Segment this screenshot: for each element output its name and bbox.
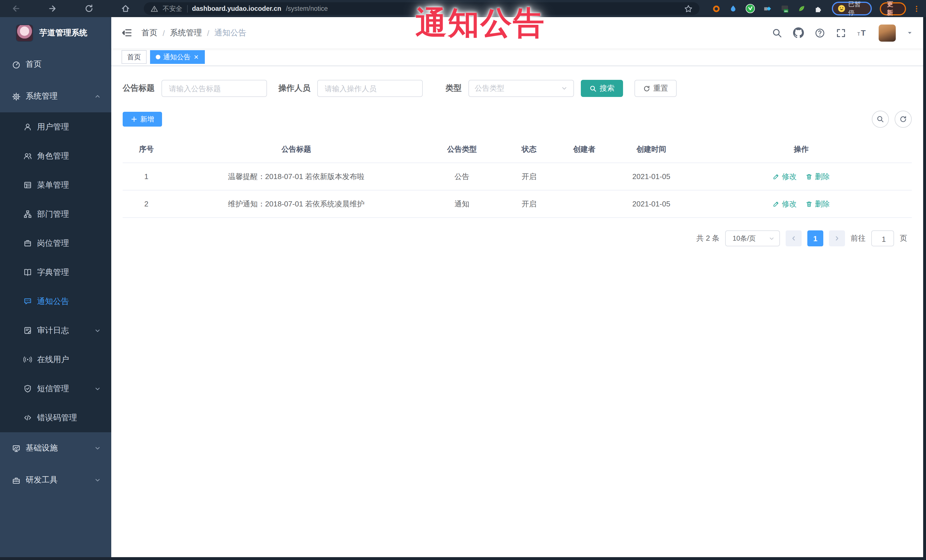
notice-table: 序号 公告标题 公告类型 状态 创建者 创建时间 操作 1 温馨提醒：2018-…	[123, 136, 912, 218]
chevron-down-icon	[94, 385, 101, 392]
page-size-select[interactable]: 10条/页	[725, 230, 780, 246]
sidebar-item-departments[interactable]: 部门管理	[0, 199, 111, 229]
cell-type: 公告	[422, 171, 501, 182]
home-icon[interactable]	[121, 4, 130, 13]
sidebar-menu: 首页 系统管理 用户管理 角色管理	[0, 48, 111, 496]
sidebar-item-dev-tools[interactable]: 研发工具	[0, 464, 111, 496]
reload-icon[interactable]	[85, 4, 94, 13]
sidebar-item-posts[interactable]: 岗位管理	[0, 229, 111, 258]
sidebar-item-online-users[interactable]: 在线用户	[0, 345, 111, 374]
orange-ring-extension-icon[interactable]	[712, 4, 720, 13]
operator-filter-field	[317, 80, 423, 97]
cell-type: 通知	[422, 199, 501, 209]
reset-button-label: 重置	[653, 83, 668, 94]
address-bar[interactable]: 不安全 dashboard.yudao.iocoder.cn/system/no…	[144, 2, 699, 15]
forward-icon[interactable]	[48, 4, 57, 13]
col-header-status: 状态	[501, 144, 557, 154]
hamburger-fold-icon[interactable]	[121, 27, 132, 38]
search-icon	[589, 85, 597, 92]
breadcrumb-separator: /	[163, 28, 165, 37]
sidebar-item-label: 短信管理	[37, 383, 69, 394]
tags-view-bar: 首页 通知公告	[111, 48, 923, 66]
toolbox-icon	[12, 476, 21, 485]
sidebar-item-home[interactable]: 首页	[0, 48, 111, 80]
dark-on-extension-icon[interactable]: on	[780, 4, 789, 13]
sidebar-item-notice[interactable]: 通知公告	[0, 287, 111, 316]
github-icon[interactable]	[793, 27, 804, 38]
col-header-creator: 创建者	[557, 144, 612, 154]
dashboard-icon	[12, 60, 21, 69]
kebab-menu-icon[interactable]	[913, 4, 920, 13]
sidebar-item-label: 字典管理	[37, 267, 69, 278]
svg-text:T: T	[861, 29, 866, 37]
cell-actions: 修改 删除	[691, 199, 911, 209]
table-mini-actions	[872, 111, 912, 128]
fullscreen-icon[interactable]	[836, 28, 846, 38]
sidebar-item-label: 菜单管理	[37, 180, 69, 190]
sidebar-logo[interactable]: 芋道管理系统	[0, 17, 111, 48]
profile-paused-chip[interactable]: 已暂停	[832, 2, 872, 15]
next-page-button[interactable]	[829, 230, 845, 246]
cell-actions: 修改 删除	[691, 171, 911, 182]
puzzle-extension-icon[interactable]	[814, 4, 822, 13]
refresh-table-button[interactable]	[895, 111, 912, 128]
prev-page-button[interactable]	[786, 230, 802, 246]
plus-icon	[131, 116, 138, 122]
toggle-search-button[interactable]	[872, 111, 889, 128]
back-icon[interactable]	[11, 4, 21, 13]
search-button[interactable]: 搜索	[581, 80, 623, 97]
goto-page-field	[871, 230, 894, 246]
sidebar-item-error-codes[interactable]: 错误码管理	[0, 403, 111, 432]
page-size-value: 10条/页	[732, 234, 756, 243]
goto-page-input[interactable]	[872, 231, 896, 247]
table-row: 1 温馨提醒：2018-07-01 若依新版本发布啦 公告 开启 2021-01…	[123, 163, 912, 190]
sidebar-item-label: 系统管理	[26, 91, 57, 101]
users-icon	[23, 152, 32, 160]
leaf-extension-icon[interactable]	[797, 5, 805, 12]
sidebar-item-audit-log[interactable]: 审计日志	[0, 316, 111, 345]
sidebar-item-infrastructure[interactable]: 基础设施	[0, 432, 111, 464]
edit-link[interactable]: 修改	[773, 199, 797, 209]
diamond-extension-icon[interactable]	[763, 4, 772, 13]
delete-link[interactable]: 删除	[806, 199, 830, 209]
sidebar-item-dict[interactable]: 字典管理	[0, 258, 111, 287]
breadcrumb-system: 系统管理	[170, 28, 202, 38]
sidebar-item-system[interactable]: 系统管理	[0, 80, 111, 112]
cell-no: 2	[123, 199, 170, 208]
sidebar-item-label: 研发工具	[26, 475, 57, 485]
sidebar-item-label: 部门管理	[37, 209, 69, 219]
sidebar-item-menus[interactable]: 菜单管理	[0, 171, 111, 199]
extension-badge: on	[784, 9, 788, 12]
delete-link[interactable]: 删除	[806, 171, 830, 182]
edit-link[interactable]: 修改	[773, 171, 797, 182]
chevron-down-icon	[561, 85, 568, 92]
breadcrumb-home[interactable]: 首页	[142, 28, 157, 38]
type-select[interactable]: 公告类型	[468, 80, 574, 97]
col-header-type: 公告类型	[422, 144, 501, 154]
operator-input[interactable]	[324, 83, 416, 93]
message-icon	[23, 297, 32, 306]
current-page-button[interactable]: 1	[807, 230, 823, 246]
font-size-icon[interactable]: TT	[857, 28, 868, 38]
search-icon[interactable]	[772, 28, 782, 38]
avatar[interactable]	[879, 24, 896, 41]
add-button[interactable]: 新增	[123, 112, 162, 127]
close-icon[interactable]	[194, 54, 199, 60]
update-button[interactable]: 更新	[880, 2, 906, 15]
sidebar-item-sms[interactable]: 短信管理	[0, 374, 111, 403]
edit-link-label: 修改	[782, 171, 797, 182]
help-icon[interactable]	[815, 28, 825, 38]
cell-title: 温馨提醒：2018-07-01 若依新版本发布啦	[170, 171, 422, 182]
breadcrumb-separator: /	[207, 28, 209, 37]
reset-button[interactable]: 重置	[634, 80, 677, 97]
green-check-extension-icon[interactable]	[745, 4, 755, 13]
tab-notice[interactable]: 通知公告	[150, 50, 205, 64]
sidebar-item-users[interactable]: 用户管理	[0, 112, 111, 142]
sidebar-submenu-system: 用户管理 角色管理 菜单管理 部门管理	[0, 112, 111, 432]
star-icon[interactable]	[684, 4, 692, 13]
water-drop-extension-icon[interactable]	[729, 5, 737, 12]
caret-down-icon[interactable]	[906, 30, 913, 36]
title-input[interactable]	[168, 83, 261, 93]
tab-home[interactable]: 首页	[121, 50, 147, 64]
sidebar-item-roles[interactable]: 角色管理	[0, 142, 111, 171]
